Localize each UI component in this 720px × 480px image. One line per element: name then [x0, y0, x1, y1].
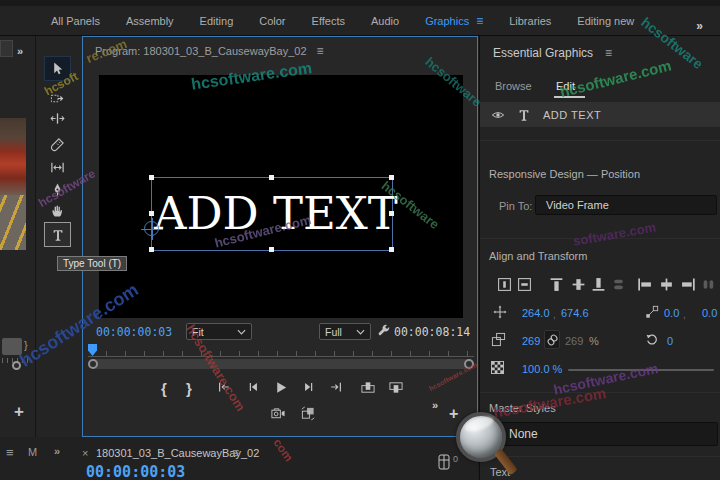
program-scrollbar[interactable] — [88, 359, 474, 369]
program-video-canvas[interactable]: ADD TEXT — [99, 75, 463, 318]
extract-button[interactable] — [389, 380, 404, 395]
scale-y-value[interactable]: 269 — [565, 335, 583, 347]
playback-resolution-select[interactable]: Full — [319, 323, 371, 340]
workspace-tab-all-panels[interactable]: All Panels — [38, 6, 113, 35]
workspace-tab-editing[interactable]: Editing — [187, 6, 247, 35]
zoom-level-select[interactable]: Fit — [186, 323, 252, 340]
program-time-ruler[interactable] — [88, 344, 474, 357]
timeline-timecode[interactable]: 00:00:00:03 — [86, 463, 185, 480]
mark-out-button[interactable]: } — [186, 380, 192, 397]
selection-handle[interactable] — [389, 247, 394, 252]
settings-wrench-icon[interactable] — [377, 324, 391, 338]
selection-handle[interactable] — [149, 175, 154, 180]
rail-scroll-handle[interactable] — [2, 338, 22, 355]
go-to-out-button[interactable] — [329, 380, 343, 394]
opacity-icon[interactable] — [491, 361, 504, 374]
playhead[interactable] — [88, 344, 97, 356]
scrollbar-left-handle[interactable] — [88, 359, 98, 369]
workspace-overflow-chevron[interactable]: » — [696, 19, 704, 33]
align-vertical-center-button[interactable] — [568, 274, 588, 294]
anchor-x-value[interactable]: 0.0 — [664, 307, 679, 319]
workspace-tab-assembly[interactable]: Assembly — [113, 6, 187, 35]
align-center-vertically-button[interactable] — [494, 274, 514, 294]
workspace-tab-effects[interactable]: Effects — [299, 6, 358, 35]
mark-in-button[interactable]: { — [161, 380, 167, 397]
step-forward-button[interactable] — [302, 380, 316, 394]
align-top-button[interactable] — [546, 274, 566, 294]
mute-toggle[interactable]: M — [28, 446, 37, 458]
left-rail-panel: » } + — [0, 36, 36, 437]
export-frame-icon — [271, 406, 286, 421]
step-back-button[interactable] — [246, 380, 260, 394]
rotation-value[interactable]: 0 — [667, 335, 673, 347]
thumbnail-image — [0, 118, 26, 195]
go-to-in-button[interactable] — [217, 380, 231, 394]
position-x-value[interactable]: 264.0 — [522, 307, 550, 319]
align-right-button[interactable] — [678, 274, 698, 294]
cursor-icon — [50, 61, 65, 76]
button-overflow-chevron[interactable]: » — [432, 399, 438, 411]
workspace-tab-libraries[interactable]: Libraries — [496, 6, 564, 35]
pin-to-value: Video Frame — [546, 199, 609, 211]
scale-icon[interactable] — [491, 332, 506, 347]
anchor-point-indicator[interactable] — [144, 221, 159, 236]
panel-menu-icon[interactable]: ≡ — [605, 46, 612, 60]
comparison-view-button[interactable] — [301, 406, 316, 421]
strip-overflow-chevron[interactable]: » — [54, 445, 60, 457]
selection-handle[interactable] — [389, 211, 394, 216]
text-selection-box[interactable]: ADD TEXT — [151, 177, 393, 251]
lift-button[interactable] — [361, 380, 376, 395]
pin-to-select[interactable]: Video Frame — [535, 195, 717, 215]
panel-menu-icon[interactable]: ≡ — [232, 446, 239, 460]
panel-menu-icon[interactable]: ≡ — [317, 44, 324, 58]
canvas-text[interactable]: ADD TEXT — [154, 181, 398, 247]
selection-handle[interactable] — [389, 175, 394, 180]
source-thumbnail[interactable] — [0, 118, 26, 250]
layer-row-add-text[interactable]: ADD TEXT — [480, 102, 720, 127]
anchor-y-value[interactable]: 0.0 — [702, 307, 717, 319]
workspace-tab-editing-new[interactable]: Editing new — [564, 6, 647, 35]
scale-x-value[interactable]: 269 — [522, 335, 540, 347]
selection-handle[interactable] — [149, 211, 154, 216]
tab-edit[interactable]: Edit — [556, 80, 575, 92]
position-y-value[interactable]: 674.6 — [561, 307, 589, 319]
scale-link-toggle[interactable] — [544, 330, 560, 349]
razor-tool[interactable] — [44, 132, 71, 157]
position-move-icon[interactable] — [493, 305, 507, 319]
rotation-icon[interactable] — [645, 332, 659, 346]
anchor-point-icon[interactable] — [645, 305, 659, 319]
button-editor-add[interactable]: + — [449, 405, 458, 423]
selection-tool[interactable] — [44, 56, 71, 81]
ripple-edit-tool[interactable] — [44, 106, 71, 131]
opacity-value[interactable]: 100.0 % — [522, 363, 562, 375]
align-center-horizontally-button[interactable] — [514, 274, 534, 294]
workspace-tab-audio[interactable]: Audio — [358, 6, 412, 35]
timeline-tab-close-icon[interactable]: × — [82, 447, 88, 459]
align-left-button[interactable] — [634, 274, 654, 294]
workspace-tab-color[interactable]: Color — [246, 6, 298, 35]
hand-tool[interactable] — [44, 198, 71, 223]
current-timecode[interactable]: 00:00:00:03 — [96, 325, 172, 339]
selection-handle[interactable] — [269, 247, 274, 252]
master-styles-select[interactable]: None — [498, 422, 718, 446]
scrollbar-right-handle[interactable] — [464, 359, 474, 369]
rail-add-button[interactable]: + — [14, 402, 24, 422]
selection-handle[interactable] — [269, 175, 274, 180]
opacity-slider[interactable] — [568, 369, 714, 371]
play-button[interactable] — [274, 380, 289, 395]
workspace-tab-label: Assembly — [126, 15, 174, 27]
eye-visibility-icon[interactable] — [491, 108, 505, 122]
play-icon — [274, 380, 289, 395]
align-bottom-button[interactable] — [588, 274, 608, 294]
rail-scroll-knob[interactable] — [12, 361, 21, 370]
align-horizontal-center-button[interactable] — [656, 274, 676, 294]
responsive-design-heading: Responsive Design — Position — [489, 168, 640, 180]
rail-overflow-chevron[interactable]: » — [17, 45, 23, 57]
export-frame-button[interactable] — [271, 406, 286, 421]
selection-handle[interactable] — [149, 247, 154, 252]
mixer-menu-icon[interactable]: ≡ — [6, 445, 14, 460]
type-tool[interactable] — [44, 222, 71, 247]
panel-menu-icon[interactable]: ≡ — [476, 14, 483, 28]
workspace-tab-graphics[interactable]: Graphics≡ — [412, 6, 496, 35]
tab-browse[interactable]: Browse — [495, 80, 532, 92]
